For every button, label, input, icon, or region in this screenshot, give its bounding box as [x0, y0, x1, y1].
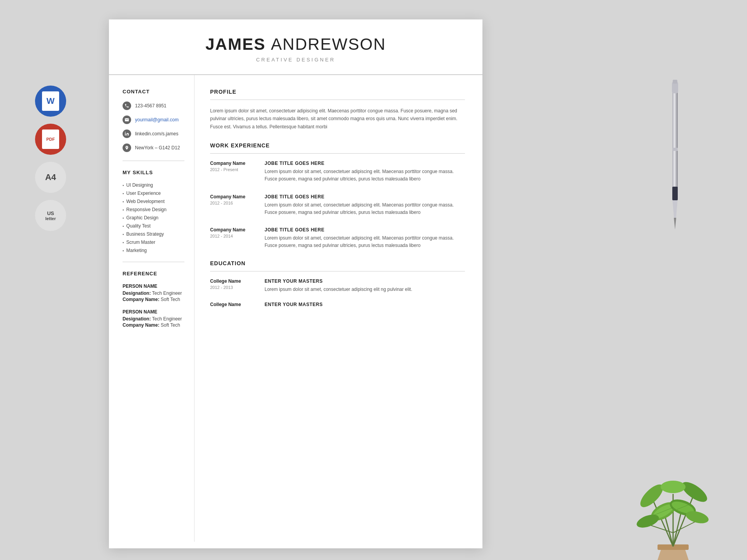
reference-person-1: PERSON NAME Designation: Tech Engineer C…	[123, 284, 184, 302]
ref-designation-1: Designation: Tech Engineer	[123, 290, 184, 296]
right-column: PROFILE Lorem ipsum dolor sit amet, cons…	[195, 75, 482, 542]
svg-marker-5	[674, 218, 676, 229]
reference-section-title: REFERENCE	[123, 271, 184, 276]
work-desc-2: Lorem ipsum dolor sit amet, consectetuer…	[265, 201, 465, 216]
resume-title: CREATIVE DESIGNER	[132, 57, 459, 63]
work-title-1: JOBE TITLE GOES HERE	[265, 161, 465, 166]
edu-degree-1: ENTER YOUR MASTERS	[265, 278, 465, 284]
work-dates-3: 2012 - 2014	[210, 234, 257, 238]
skill-item: Marketing	[123, 248, 184, 253]
edu-right-2: ENTER YOUR MASTERS	[265, 302, 465, 309]
email-icon	[123, 116, 131, 124]
skill-item: Business Strategy	[123, 231, 184, 237]
linkedin-icon	[123, 130, 131, 138]
pdf-icon-inner	[42, 130, 59, 149]
work-company-3: Company Name	[210, 227, 257, 233]
a4-icon[interactable]: A4	[35, 162, 66, 193]
plant-decoration	[630, 463, 716, 560]
email-item: yourmail@gmail.com	[123, 116, 184, 124]
ref-name-2: PERSON NAME	[123, 309, 184, 315]
edu-entry-2: College Name ENTER YOUR MASTERS	[210, 302, 465, 309]
work-entry-3: Company Name 2012 - 2014 JOBE TITLE GOES…	[210, 227, 465, 249]
svg-line-16	[673, 521, 696, 533]
contact-divider	[123, 161, 184, 161]
svg-rect-7	[672, 148, 678, 151]
profile-divider	[210, 100, 465, 100]
skill-item: Graphic Design	[123, 215, 184, 220]
phone-item: 123-4567 8951	[123, 102, 184, 110]
phone-icon	[123, 102, 131, 110]
svg-rect-1	[672, 89, 678, 198]
work-dates-2: 2012 - 2016	[210, 201, 257, 205]
work-right-2: JOBE TITLE GOES HERE Lorem ipsum dolor s…	[265, 194, 465, 216]
work-dates-1: 2012 - Present	[210, 167, 257, 172]
education-divider	[210, 271, 465, 271]
resume-header: JAMES ANDREWSON CREATIVE DESIGNER	[109, 19, 482, 75]
edu-school-1: College Name	[210, 278, 257, 284]
skills-list: UI Designing User Experience Web Develop…	[123, 182, 184, 253]
svg-marker-8	[658, 548, 689, 560]
edu-degree-2: ENTER YOUR MASTERS	[265, 302, 465, 307]
email-link[interactable]: yourmail@gmail.com	[135, 117, 179, 122]
skill-item: User Experience	[123, 191, 184, 196]
pen-decoration	[669, 70, 681, 233]
resume-page: JAMES ANDREWSON CREATIVE DESIGNER CONTAC…	[109, 19, 482, 548]
linkedin-item: linkedin.com/s.james	[123, 130, 184, 138]
edu-entry-1: College Name 2012 - 2013 ENTER YOUR MAST…	[210, 278, 465, 293]
skill-item: Web Development	[123, 199, 184, 204]
pdf-icon[interactable]	[35, 124, 66, 155]
ref-company-2: Company Name: Soft Tech	[123, 322, 184, 328]
svg-point-23	[661, 481, 686, 493]
ref-name-1: PERSON NAME	[123, 284, 184, 289]
svg-line-15	[650, 525, 673, 533]
work-right-3: JOBE TITLE GOES HERE Lorem ipsum dolor s…	[265, 227, 465, 249]
side-icons: A4 US letter	[35, 86, 66, 231]
work-divider	[210, 153, 465, 154]
skill-item: Responsive Design	[123, 207, 184, 212]
edu-dates-1: 2012 - 2013	[210, 285, 257, 290]
resume-body: CONTACT 123-4567 8951 yourmail@gmail.com	[109, 75, 482, 542]
location-item: NewYork – G142 D12	[123, 144, 184, 152]
left-column: CONTACT 123-4567 8951 yourmail@gmail.com	[109, 75, 195, 542]
work-entry-2: Company Name 2012 - 2016 JOBE TITLE GOES…	[210, 194, 465, 216]
us-letter-icon[interactable]: US letter	[35, 200, 66, 231]
resume-name: JAMES ANDREWSON	[132, 35, 459, 54]
skill-item: Scrum Master	[123, 240, 184, 245]
location-icon	[123, 144, 131, 152]
word-icon-inner	[42, 91, 59, 111]
contact-section-title: CONTACT	[123, 89, 184, 94]
work-left-1: Company Name 2012 - Present	[210, 161, 257, 183]
skills-divider	[123, 262, 184, 262]
work-desc-3: Lorem ipsum dolor sit amet, consectetuer…	[265, 234, 465, 249]
work-right-1: JOBE TITLE GOES HERE Lorem ipsum dolor s…	[265, 161, 465, 183]
education-section-title: EDUCATION	[210, 260, 465, 266]
work-desc-1: Lorem ipsum dolor sit amet, consectetuer…	[265, 168, 465, 183]
skill-item: UI Designing	[123, 182, 184, 188]
work-left-3: Company Name 2012 - 2014	[210, 227, 257, 249]
profile-section-title: PROFILE	[210, 89, 465, 95]
work-company-1: Company Name	[210, 161, 257, 166]
edu-right-1: ENTER YOUR MASTERS Lorem ipsum dolor sit…	[265, 278, 465, 293]
svg-rect-3	[673, 80, 677, 84]
work-company-2: Company Name	[210, 194, 257, 200]
edu-desc-1: Lorem ipsum dolor sit amet, consectetuer…	[265, 286, 465, 293]
skills-section-title: MY SKILLS	[123, 170, 184, 175]
work-section-title: WORK EXPERIENCE	[210, 142, 465, 149]
work-title-3: JOBE TITLE GOES HERE	[265, 227, 465, 233]
work-left-2: Company Name 2012 - 2016	[210, 194, 257, 216]
ref-designation-2: Designation: Tech Engineer	[123, 316, 184, 322]
profile-text: Lorem ipsum dolor sit amet, consectetuer…	[210, 107, 465, 131]
skill-item: Quality Test	[123, 223, 184, 229]
ref-company-1: Company Name: Soft Tech	[123, 297, 184, 302]
reference-person-2: PERSON NAME Designation: Tech Engineer C…	[123, 309, 184, 328]
edu-left-1: College Name 2012 - 2013	[210, 278, 257, 293]
svg-rect-6	[672, 187, 678, 200]
work-entry-1: Company Name 2012 - Present JOBE TITLE G…	[210, 161, 465, 183]
word-icon[interactable]	[35, 86, 66, 117]
edu-school-2: College Name	[210, 302, 257, 307]
work-title-2: JOBE TITLE GOES HERE	[265, 194, 465, 200]
edu-left-2: College Name	[210, 302, 257, 309]
